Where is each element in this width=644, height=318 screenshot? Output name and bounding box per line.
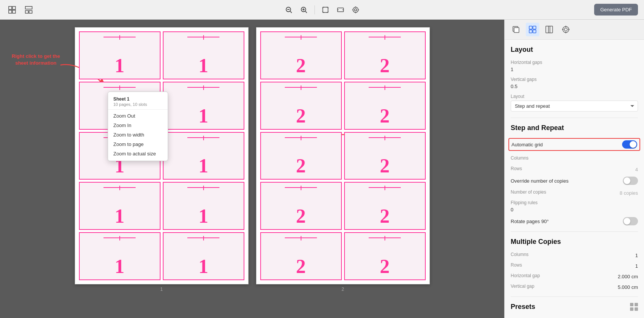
sidebar-tabs (505, 20, 644, 40)
context-menu-zoom-width[interactable]: Zoom to width (108, 130, 168, 140)
mc-vgap-label: Vertical gap (511, 284, 534, 289)
card-number: 1 (199, 257, 208, 276)
card-number: 1 (115, 206, 125, 226)
card-tick (385, 186, 385, 190)
sidebar-tab-grid[interactable] (526, 23, 539, 36)
rows-value: 4 (635, 167, 638, 172)
sidebar-tab-duplicate[interactable] (509, 23, 523, 36)
context-menu[interactable]: Sheet 1 10 pages, 10 slots Zoom Out Zoom… (108, 92, 168, 161)
card-2-4: 2 (344, 82, 426, 130)
flipping-rules-label: Flipping rules (511, 200, 638, 205)
card-1-8: 1 (163, 182, 244, 230)
mc-columns-value: 1 (635, 253, 638, 258)
card-tick (301, 35, 301, 40)
card-tick (119, 85, 120, 90)
step-repeat-section-title: Step and Repeat (511, 124, 638, 132)
vertical-gaps-value[interactable]: 0.5 (511, 84, 638, 89)
presets-row: Presets (511, 303, 638, 311)
sheet-2-label: 2 (341, 287, 344, 292)
svg-point-27 (354, 9, 357, 11)
rotate-pages-label: Rotate pages 90° (511, 219, 549, 224)
presets-dot-3 (630, 307, 633, 311)
card-tick (203, 85, 204, 90)
mc-hgap-row: Horizontal gap 2.000 cm (511, 273, 638, 280)
sidebar-content: Layout Horizontal gaps 1 Vertical gaps 0… (505, 40, 644, 317)
mc-vgap-value: 5.000 cm (618, 284, 638, 290)
sidebar-tab-columns[interactable] (542, 23, 556, 36)
context-menu-zoom-actual[interactable]: Zoom to actual size (108, 149, 168, 158)
layout-section-title: Layout (511, 46, 638, 54)
zoom-in-btn[interactable] (298, 4, 310, 16)
context-menu-zoom-out[interactable]: Zoom Out (108, 111, 168, 121)
card-2-10: 2 (344, 232, 426, 280)
override-copies-toggle[interactable] (623, 177, 638, 185)
flipping-rules-value[interactable]: 0 (511, 207, 638, 213)
presets-grid-icon[interactable] (630, 303, 638, 311)
card-tick (385, 136, 385, 140)
card-tick (119, 236, 120, 240)
card-2-5: 2 (260, 132, 342, 180)
override-copies-row: Override number of copies (511, 177, 638, 185)
svg-point-45 (564, 28, 567, 31)
layout-select-label: Layout (511, 94, 638, 99)
sheet-2[interactable]: 2 2 2 2 (256, 27, 430, 284)
card-number: 2 (296, 56, 306, 76)
card-number: 1 (199, 56, 208, 76)
card-number: 1 (199, 156, 208, 176)
card-1-4: 1 (163, 82, 244, 130)
context-menu-zoom-in[interactable]: Zoom In (108, 121, 168, 130)
card-number: 2 (296, 257, 306, 276)
card-1-1: 1 (79, 31, 161, 79)
vertical-gaps-label: Vertical gaps (511, 77, 638, 82)
card-number: 1 (199, 206, 208, 226)
presets-dot-2 (635, 303, 638, 306)
fit-page-btn[interactable] (319, 4, 331, 16)
sheet-2-wrapper: 2 2 2 2 (256, 27, 430, 292)
section-divider-3 (511, 296, 638, 297)
number-of-copies-row: Number of copies 8 copies (511, 189, 638, 196)
fit-width-btn[interactable] (334, 4, 346, 16)
horizontal-gaps-field: Horizontal gaps 1 (511, 60, 638, 72)
svg-rect-38 (533, 26, 536, 29)
card-tick (385, 85, 385, 90)
rotate-pages-toggle[interactable] (623, 217, 638, 225)
mc-rows-value: 1 (635, 263, 638, 269)
card-number: 2 (380, 156, 390, 176)
svg-rect-1 (12, 6, 15, 9)
context-menu-sub: 10 pages, 10 slots (113, 102, 147, 107)
card-2-9: 2 (260, 232, 342, 280)
horizontal-gaps-value[interactable]: 1 (511, 67, 638, 72)
grid-icon-btn[interactable] (6, 4, 18, 16)
automatic-grid-toggle[interactable] (622, 140, 637, 149)
card-tick (385, 35, 385, 40)
sidebar-tab-target[interactable] (559, 23, 573, 36)
card-2-3: 2 (260, 82, 342, 130)
card-2-1: 2 (260, 31, 342, 79)
card-tick (203, 35, 204, 40)
layout-select[interactable]: Step and repeat Multiple copies Custom (511, 101, 638, 112)
card-number: 2 (380, 206, 390, 226)
svg-rect-3 (12, 10, 15, 13)
svg-point-44 (563, 26, 569, 33)
card-1-9: 1 (79, 232, 161, 280)
generate-pdf-button[interactable]: Generate PDF (594, 4, 638, 16)
layout-icon-btn[interactable] (23, 4, 35, 16)
section-divider-1 (511, 118, 638, 118)
card-tick (119, 186, 120, 190)
context-menu-zoom-page[interactable]: Zoom to page (108, 140, 168, 149)
mc-hgap-value: 2.000 cm (618, 274, 638, 279)
rotate-pages-row: Rotate pages 90° (511, 217, 638, 225)
rows-label: Rows (511, 166, 522, 171)
card-number: 2 (380, 257, 390, 276)
card-2-6: 2 (344, 132, 426, 180)
card-tick (203, 236, 204, 240)
toolbar: Generate PDF (0, 0, 644, 20)
canvas-area[interactable]: Right click to get the sheet information (0, 20, 504, 318)
svg-point-26 (353, 7, 358, 12)
zoom-out-btn[interactable] (283, 4, 295, 16)
card-tick (385, 236, 385, 240)
actual-size-btn[interactable] (349, 4, 361, 16)
svg-rect-41 (546, 26, 553, 33)
card-number: 1 (115, 257, 125, 276)
context-menu-header: Sheet 1 10 pages, 10 slots (108, 94, 168, 110)
